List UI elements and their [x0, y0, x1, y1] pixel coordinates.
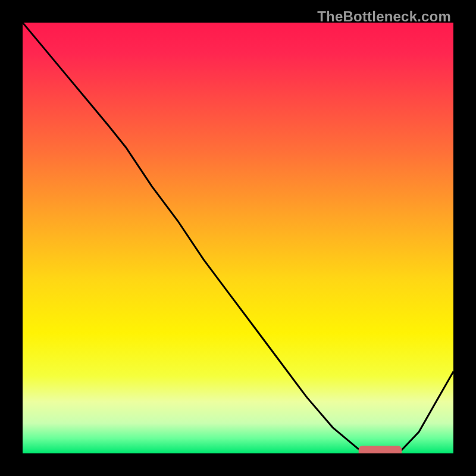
- plot-area: [23, 23, 453, 453]
- chart-frame: TheBottleneck.com: [0, 0, 476, 476]
- plot-svg: [23, 23, 453, 453]
- optimal-range-marker: [359, 446, 402, 453]
- gradient-background: [23, 23, 453, 453]
